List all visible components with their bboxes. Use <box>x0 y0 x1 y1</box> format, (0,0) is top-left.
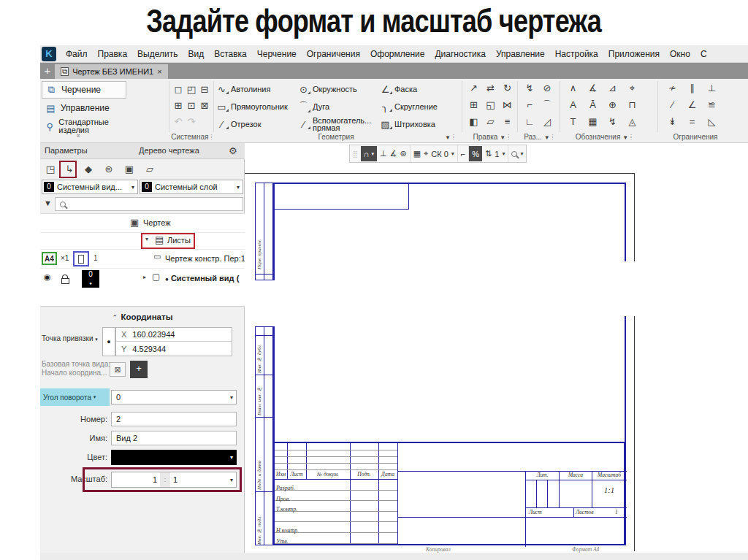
layers-badge[interactable]: 0● <box>82 270 99 288</box>
portrait-orientation-icon[interactable] <box>78 255 84 264</box>
dimension-tool-icon[interactable]: ⌐ <box>521 97 538 114</box>
step-icon[interactable]: ⇅ <box>485 149 492 158</box>
annotation-tool-icon[interactable]: ∡ <box>583 80 603 97</box>
dimension-tool-icon[interactable]: ⌒ <box>538 97 556 114</box>
collapse-arrow-icon[interactable]: ▸ <box>143 274 146 280</box>
broken-view-icon[interactable]: ◆ <box>80 161 96 177</box>
constraint-tool-icon[interactable]: ⊥ <box>702 80 722 97</box>
menu-item[interactable]: Ограничения <box>302 49 365 59</box>
geometry-tool-button[interactable]: ∕ Отрезок <box>215 115 297 133</box>
edit-tool-icon[interactable]: ↻ <box>499 80 516 97</box>
gear-icon[interactable]: ⚙ <box>229 145 237 156</box>
system-tool-icon[interactable]: ⊡ <box>185 98 198 114</box>
dimension-tool-icon[interactable]: ◿ <box>538 114 556 131</box>
expand-arrow-icon[interactable]: ▾ <box>145 236 148 242</box>
menu-item[interactable]: Управление <box>491 49 550 59</box>
system-tool-icon[interactable]: ◻ <box>172 82 185 98</box>
menu-item[interactable]: Вид <box>183 49 209 59</box>
chevron-down-icon[interactable]: ▾ <box>520 150 523 157</box>
tree-item-drawing[interactable]: ▣ Чертеж <box>40 216 245 231</box>
scale-combo[interactable]: 1 : 1 ▾ <box>111 472 237 488</box>
anchor-point-label[interactable]: Точка привязки ▾ <box>42 334 104 342</box>
chevron-down-icon[interactable]: ▾ <box>451 150 454 157</box>
frame-view-icon[interactable]: ▱ <box>142 161 158 177</box>
tab-parameters[interactable]: Параметры <box>45 146 88 155</box>
number-field[interactable]: 2 <box>111 412 237 426</box>
system-tool-icon[interactable]: ⊟ <box>198 82 211 98</box>
menu-item[interactable]: Выделить <box>132 49 183 59</box>
tab-drawing-tree[interactable]: Дерево чертежа <box>139 146 199 155</box>
y-coordinate-field[interactable]: Y4.529344 <box>116 342 232 356</box>
system-tool-icon[interactable]: ⊠ <box>198 98 211 114</box>
edit-tool-icon[interactable]: ◱ <box>482 97 499 114</box>
system-tool-icon[interactable]: ↷ <box>185 114 198 130</box>
dimension-tool-icon[interactable]: ∟ <box>521 114 538 131</box>
tab-close-icon[interactable]: × <box>157 67 161 76</box>
chevron-down-icon[interactable]: ▾ <box>502 150 505 157</box>
snap-angle-icon[interactable]: ∡ <box>390 149 397 158</box>
edit-tool-icon[interactable]: ▱ <box>482 114 499 131</box>
snap-point-icon[interactable]: ⊚ <box>400 149 406 158</box>
grid-icon[interactable]: ▦ <box>413 149 421 158</box>
mode-upravlenie-button[interactable]: ▤ Управление <box>42 99 126 117</box>
menu-item[interactable]: Окно <box>665 49 695 59</box>
annotation-tool-icon[interactable]: ↯ <box>603 114 622 131</box>
menu-item[interactable]: Настройка <box>550 49 603 59</box>
lock-icon[interactable] <box>61 278 69 284</box>
annotation-tool-icon[interactable]: ∧ <box>563 80 583 97</box>
annotation-tool-icon[interactable]: ⊕ <box>603 97 622 114</box>
visibility-eye-icon[interactable]: ◉ <box>44 272 51 282</box>
tree-item-sheet[interactable]: A4 ×1 1 ▭ Чертеж констр. Пер:1 <box>40 249 245 268</box>
sheet-multiplier[interactable]: ×1 <box>61 254 69 262</box>
system-tool-icon[interactable]: ◰ <box>185 82 198 98</box>
constraint-tool-icon[interactable]: ≁ <box>663 80 682 97</box>
annotation-tool-icon[interactable]: A <box>563 97 583 114</box>
snap-magnet-button[interactable]: ∩ ▾ <box>361 146 377 161</box>
menu-item[interactable]: Вставка <box>209 49 252 59</box>
menu-item[interactable]: Черчение <box>252 49 302 59</box>
geometry-tool-button[interactable]: ∠ Фаска <box>379 80 461 98</box>
edit-tool-icon[interactable]: ↗ <box>465 80 482 97</box>
sheet-format-badge[interactable]: A4 <box>42 252 57 265</box>
detail-view-icon[interactable]: ⊜ <box>101 161 117 177</box>
geometry-tool-button[interactable]: ╮ Скругление <box>379 98 461 115</box>
step-value[interactable]: 1 <box>495 150 499 158</box>
drawing-canvas[interactable]: Перв. примен. Инв. № дубл. Взам. инв. № … <box>245 143 748 553</box>
geometry-tool-button[interactable]: ⊙ Окружность <box>297 80 379 98</box>
geometry-tool-button[interactable]: ▨ Штриховка <box>379 115 461 133</box>
new-tab-button[interactable]: + <box>40 63 55 79</box>
annotation-tool-icon[interactable]: ⊓ <box>622 97 642 114</box>
toolbar-grip[interactable]: ⣿ <box>350 145 361 162</box>
annotation-tool-icon[interactable]: ▦ <box>583 114 603 131</box>
tree-item-system-view[interactable]: ◉ 0● ▸ ▢ ● Системный вид ( <box>40 268 245 288</box>
menu-item[interactable]: Правка <box>93 49 133 59</box>
name-field[interactable]: Вид 2 <box>111 431 237 445</box>
rotation-angle-label[interactable]: Угол поворота ▾ <box>40 388 110 406</box>
picture-view-icon[interactable]: ▣ <box>121 161 137 177</box>
coordinate-axes-icon[interactable]: ⌖ <box>424 149 428 158</box>
x-coordinate-field[interactable]: X160.023944 <box>116 328 232 342</box>
geometry-tool-button[interactable]: ⌒ Дуга <box>297 98 379 115</box>
edit-tool-icon[interactable]: ⋈ <box>499 97 516 114</box>
coordinate-system-label[interactable]: СК 0 <box>431 150 449 158</box>
constraint-tool-icon[interactable]: ≌ <box>702 97 722 114</box>
edit-tool-icon[interactable]: ≡ <box>499 114 516 131</box>
edit-tool-icon[interactable]: ⇄ <box>482 80 499 97</box>
dimension-tool-icon[interactable]: ↯ <box>521 80 538 97</box>
current-view-combo[interactable]: 0 Системный вид... ▾ <box>42 180 138 194</box>
constraint-tool-icon[interactable]: ∥ <box>682 80 702 97</box>
rotation-angle-combo[interactable]: 0 ▾ <box>111 390 237 404</box>
snap-perpendicular-icon[interactable]: ⊥ <box>380 149 387 158</box>
constraint-tool-icon[interactable]: ∠ <box>682 97 702 114</box>
edit-tool-icon[interactable]: ◧ <box>465 114 482 131</box>
geometry-tool-button[interactable]: ⁄ Вспомогатель... прямая <box>297 115 379 133</box>
menu-item[interactable]: Файл <box>61 49 93 59</box>
system-tool-icon[interactable]: ↶ <box>172 114 185 130</box>
system-tool-icon[interactable]: ⊞ <box>172 98 185 114</box>
annotation-tool-icon[interactable]: ⊿ <box>603 80 622 97</box>
tree-item-sheets[interactable]: ▾ ▤ Листы <box>40 232 245 248</box>
rounding-icon[interactable]: ⌐ <box>461 150 465 158</box>
annotation-tool-icon[interactable]: Ā <box>583 97 603 114</box>
geometry-tool-button[interactable]: ∿ Автолиния <box>215 80 297 98</box>
menu-item[interactable]: Оформление <box>365 49 430 59</box>
